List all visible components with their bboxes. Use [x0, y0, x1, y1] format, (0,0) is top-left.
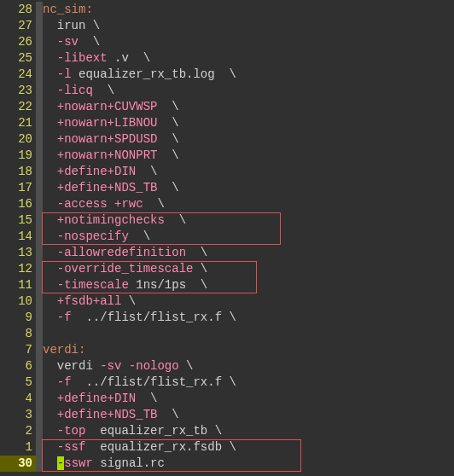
- code-line[interactable]: 23 -licq \: [0, 83, 454, 99]
- code-line[interactable]: 1 -ssf equalizer_rx.fsdb \: [0, 439, 454, 456]
- code-content[interactable]: -sswr signal.rc: [43, 456, 165, 472]
- code-line[interactable]: 16 -access +rwc \: [0, 196, 454, 212]
- code-token: \: [172, 116, 178, 130]
- code-content[interactable]: +nowarn+LIBNOU \: [43, 115, 179, 131]
- code-content[interactable]: -l equalizer_rx_tb.log \: [43, 67, 236, 83]
- code-line[interactable]: 2 -top equalizer_rx_tb \: [0, 423, 454, 439]
- code-line[interactable]: 24 -l equalizer_rx_tb.log \: [0, 67, 454, 83]
- column-marker: [36, 342, 43, 358]
- code-line[interactable]: 10 +fsdb+all \: [0, 293, 454, 310]
- code-token: -timescale: [57, 278, 129, 292]
- code-line[interactable]: 20 +nowarn+SPDUSD \: [0, 131, 454, 148]
- code-token: +rwc: [114, 197, 143, 211]
- code-content[interactable]: -f ../flist/flist_rx.f \: [43, 310, 236, 326]
- code-token: -override_timescale: [57, 262, 194, 276]
- code-token: [157, 181, 172, 194]
- code-editor[interactable]: 28nc_sim:27 irun \26 -sv \25 -libext .v …: [0, 0, 454, 472]
- code-token: -nospecify: [57, 229, 129, 243]
- code-content[interactable]: -override_timescale \: [43, 261, 207, 277]
- code-token: [43, 181, 57, 194]
- code-line[interactable]: 26 -sv \: [0, 34, 454, 50]
- code-content[interactable]: +notimingchecks \: [43, 212, 186, 229]
- code-line[interactable]: 7verdi:: [0, 342, 454, 358]
- code-content[interactable]: +define+NDS_TB \: [43, 180, 179, 196]
- column-marker: [36, 83, 43, 99]
- code-content[interactable]: +nowarn+NONPRT \: [43, 148, 179, 164]
- code-line[interactable]: 25 -libext .v \: [0, 50, 454, 67]
- code-token: [193, 262, 200, 276]
- code-line[interactable]: 12 -override_timescale \: [0, 261, 454, 277]
- code-content[interactable]: +nowarn+CUVWSP \: [43, 99, 179, 115]
- code-content[interactable]: -access +rwc \: [43, 196, 165, 212]
- code-token: [93, 84, 108, 97]
- code-token: [179, 359, 186, 373]
- code-token: [43, 262, 57, 276]
- code-line[interactable]: 22 +nowarn+CUVWSP \: [0, 99, 454, 115]
- code-token: [186, 246, 201, 259]
- code-content[interactable]: -top equalizer_rx_tb \: [43, 423, 222, 439]
- code-content[interactable]: +define+DIN \: [43, 164, 157, 180]
- code-content[interactable]: -allowredefinition \: [43, 245, 207, 261]
- code-line[interactable]: 4 +define+DIN \: [0, 391, 454, 407]
- code-content[interactable]: -sv \: [43, 34, 100, 50]
- code-token: [79, 35, 93, 49]
- code-line[interactable]: 28nc_sim:: [0, 2, 454, 18]
- code-content[interactable]: -libext .v \: [43, 50, 150, 67]
- code-content[interactable]: +define+NDS_TB \: [43, 407, 179, 423]
- code-content[interactable]: -ssf equalizer_rx.fsdb \: [43, 439, 236, 456]
- column-marker: [36, 293, 43, 310]
- code-line[interactable]: 15 +notimingchecks \: [0, 212, 454, 229]
- code-line[interactable]: 9 -f ../flist/flist_rx.f \: [0, 310, 454, 326]
- code-content[interactable]: nc_sim:: [43, 2, 93, 18]
- line-number: 8: [0, 326, 36, 342]
- code-line[interactable]: 13 -allowredefinition \: [0, 245, 454, 261]
- code-token: \: [229, 440, 236, 454]
- code-content[interactable]: -nospecify \: [43, 229, 150, 245]
- code-token: [136, 165, 150, 178]
- code-line[interactable]: 19 +nowarn+NONPRT \: [0, 148, 454, 164]
- code-content[interactable]: irun \: [43, 18, 100, 34]
- column-marker: [36, 18, 43, 34]
- code-line[interactable]: 27 irun \: [0, 18, 454, 34]
- code-line[interactable]: 21 +nowarn+LIBNOU \: [0, 115, 454, 131]
- line-number: 27: [0, 18, 36, 34]
- code-line[interactable]: 3 +define+NDS_TB \: [0, 407, 454, 423]
- code-token: [43, 100, 57, 113]
- code-line[interactable]: 18 +define+DIN \: [0, 164, 454, 180]
- code-line[interactable]: 30 -sswr signal.rc: [0, 456, 454, 472]
- column-marker: [36, 391, 43, 407]
- code-line[interactable]: 11 -timescale 1ns/1ps \: [0, 277, 454, 293]
- code-token: +nowarn+CUVWSP: [57, 100, 158, 113]
- code-line[interactable]: 17 +define+NDS_TB \: [0, 180, 454, 196]
- code-content[interactable]: -licq \: [43, 83, 114, 99]
- code-token: \: [129, 294, 136, 308]
- line-number: 23: [0, 83, 36, 99]
- code-token: [43, 84, 57, 97]
- code-content[interactable]: +nowarn+SPDUSD \: [43, 131, 179, 148]
- code-line[interactable]: 6 verdi -sv -nologo \: [0, 358, 454, 374]
- column-marker: [36, 180, 43, 196]
- code-token: [43, 51, 57, 65]
- code-content[interactable]: -f ../flist/flist_rx.f \: [43, 374, 236, 391]
- code-line[interactable]: 5 -f ../flist/flist_rx.f \: [0, 374, 454, 391]
- line-number: 18: [0, 164, 36, 180]
- line-number: 10: [0, 293, 36, 310]
- code-token: +nowarn+SPDUSD: [57, 132, 158, 146]
- column-marker: [36, 423, 43, 439]
- code-content[interactable]: verdi -sv -nologo \: [43, 358, 193, 374]
- code-token: +notimingchecks: [57, 213, 165, 227]
- code-token: [43, 278, 57, 292]
- code-token: [157, 100, 172, 113]
- code-token: -sv -nologo: [100, 359, 178, 373]
- line-number: 11: [0, 277, 36, 293]
- code-content[interactable]: +define+DIN \: [43, 391, 157, 407]
- code-content[interactable]: -timescale 1ns/1ps \: [43, 277, 207, 293]
- code-token: [43, 392, 57, 405]
- code-content[interactable]: +fsdb+all \: [43, 293, 136, 310]
- code-token: -access: [57, 197, 108, 211]
- code-content[interactable]: verdi:: [43, 342, 85, 358]
- code-line[interactable]: 14 -nospecify \: [0, 229, 454, 245]
- line-number: 28: [0, 2, 36, 18]
- code-token: \: [229, 67, 236, 81]
- code-line[interactable]: 8: [0, 326, 454, 342]
